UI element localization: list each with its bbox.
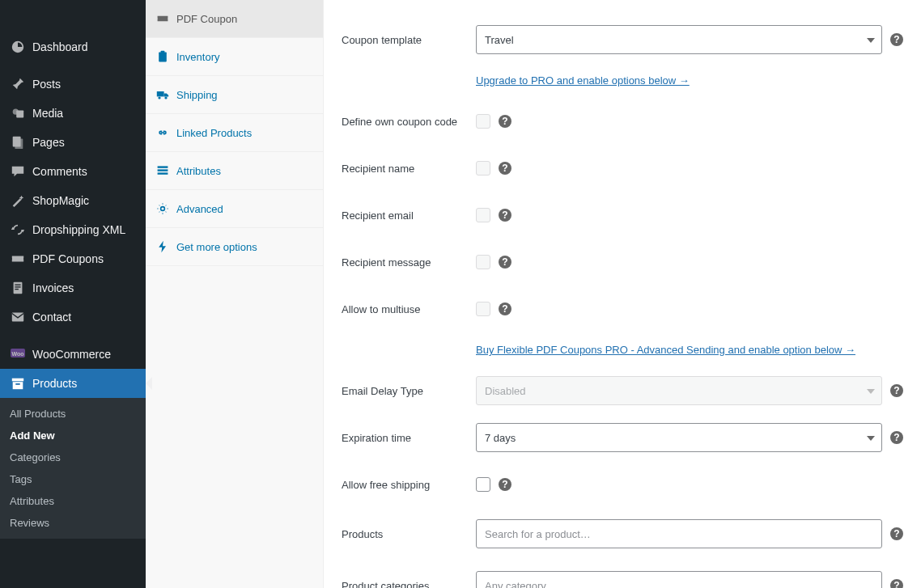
chevron-down-icon bbox=[867, 436, 875, 441]
help-icon[interactable]: ? bbox=[499, 162, 511, 175]
free-shipping-checkbox[interactable] bbox=[476, 477, 490, 492]
svg-rect-6 bbox=[15, 286, 20, 287]
menu-products[interactable]: Products bbox=[0, 369, 146, 398]
tab-label: Shipping bbox=[176, 89, 218, 101]
menu-shopmagic[interactable]: ShopMagic bbox=[0, 186, 146, 215]
media-icon bbox=[10, 105, 26, 121]
input-placeholder: Search for a product… bbox=[485, 528, 591, 540]
tab-shipping[interactable]: Shipping bbox=[146, 76, 323, 114]
svg-rect-4 bbox=[14, 282, 23, 294]
menu-label: Products bbox=[32, 377, 77, 390]
menu-media[interactable]: Media bbox=[0, 99, 146, 128]
tab-linked-products[interactable]: Linked Products bbox=[146, 114, 323, 152]
select-value: Disabled bbox=[485, 385, 526, 397]
chevron-down-icon bbox=[867, 389, 875, 394]
define-code-label: Define own coupon code bbox=[342, 116, 476, 128]
menu-label: Contact bbox=[32, 311, 71, 324]
coupon-template-label: Coupon template bbox=[342, 34, 476, 46]
tab-label: PDF Coupon bbox=[176, 13, 237, 25]
help-icon[interactable]: ? bbox=[890, 384, 903, 397]
svg-rect-20 bbox=[158, 166, 168, 167]
menu-dashboard[interactable]: Dashboard bbox=[0, 32, 146, 61]
email-delay-label: Email Delay Type bbox=[342, 385, 476, 397]
truck-icon bbox=[155, 87, 170, 102]
coupon-template-select[interactable]: Travel bbox=[476, 25, 882, 54]
admin-sidebar: Dashboard Posts Media Pages Comments Sho… bbox=[0, 0, 146, 588]
menu-contact[interactable]: Contact bbox=[0, 302, 146, 332]
submenu-reviews[interactable]: Reviews bbox=[0, 512, 146, 534]
recipient-name-checkbox bbox=[476, 161, 490, 176]
svg-rect-19 bbox=[161, 132, 165, 133]
tab-pdf-coupon[interactable]: PDF Coupon bbox=[146, 0, 323, 38]
tab-advanced[interactable]: Advanced bbox=[146, 190, 323, 228]
menu-woocommerce[interactable]: Woo WooCommerce bbox=[0, 340, 146, 369]
tab-label: Advanced bbox=[176, 203, 223, 215]
menu-pdf-coupons[interactable]: PDF Coupons bbox=[0, 244, 146, 273]
tab-attributes[interactable]: Attributes bbox=[146, 152, 323, 190]
menu-label: Pages bbox=[32, 136, 65, 149]
sync-icon bbox=[10, 222, 26, 238]
archive-icon bbox=[10, 375, 26, 391]
lightning-icon bbox=[155, 239, 170, 254]
help-icon[interactable]: ? bbox=[890, 527, 903, 540]
help-icon[interactable]: ? bbox=[499, 115, 511, 128]
menu-label: Dropshipping XML bbox=[32, 223, 125, 236]
menu-pages[interactable]: Pages bbox=[0, 128, 146, 157]
menu-invoices[interactable]: Invoices bbox=[0, 273, 146, 302]
recipient-name-label: Recipient name bbox=[342, 163, 476, 175]
pdf-coupon-panel: Coupon template Travel ? Upgrade to PRO … bbox=[324, 0, 921, 588]
help-icon[interactable]: ? bbox=[499, 302, 511, 315]
help-icon[interactable]: ? bbox=[890, 33, 903, 46]
recipient-message-checkbox bbox=[476, 255, 490, 269]
product-data-tabs: PDF Coupon Inventory Shipping Linked Pro… bbox=[146, 0, 324, 588]
svg-rect-14 bbox=[159, 52, 167, 61]
svg-text:Woo: Woo bbox=[11, 351, 23, 357]
tab-get-more[interactable]: Get more options bbox=[146, 228, 323, 266]
menu-posts[interactable]: Posts bbox=[0, 70, 146, 99]
expiration-label: Expiration time bbox=[342, 432, 476, 444]
ticket-icon bbox=[10, 251, 26, 267]
recipient-email-label: Recipient email bbox=[342, 209, 476, 222]
menu-label: Posts bbox=[32, 78, 61, 91]
pin-icon bbox=[10, 76, 26, 92]
menu-label: Comments bbox=[32, 165, 87, 178]
svg-rect-1 bbox=[16, 110, 23, 117]
tab-label: Attributes bbox=[176, 165, 221, 177]
mail-icon bbox=[10, 309, 26, 325]
chevron-down-icon bbox=[867, 38, 875, 43]
svg-rect-5 bbox=[15, 285, 20, 286]
help-icon[interactable]: ? bbox=[499, 209, 511, 222]
help-icon[interactable]: ? bbox=[499, 256, 511, 269]
expiration-select[interactable]: 7 days bbox=[476, 423, 882, 452]
menu-dropshipping[interactable]: Dropshipping XML bbox=[0, 215, 146, 244]
select-value: Travel bbox=[485, 34, 514, 46]
submenu-add-new[interactable]: Add New bbox=[0, 425, 146, 446]
recipient-message-label: Recipient message bbox=[342, 256, 476, 269]
products-search-input[interactable]: Search for a product… bbox=[476, 519, 882, 548]
svg-rect-13 bbox=[15, 383, 19, 385]
help-icon[interactable]: ? bbox=[890, 579, 903, 588]
upgrade-pro-link[interactable]: Upgrade to PRO and enable options below … bbox=[476, 74, 690, 87]
submenu-categories[interactable]: Categories bbox=[0, 446, 146, 468]
help-icon[interactable]: ? bbox=[499, 478, 511, 491]
categories-search-input[interactable]: Any category bbox=[476, 571, 882, 588]
buy-pro-link[interactable]: Buy Flexible PDF Coupons PRO - Advanced … bbox=[476, 344, 855, 356]
submenu-all-products[interactable]: All Products bbox=[0, 403, 146, 425]
menu-label: Invoices bbox=[32, 281, 74, 294]
pages-icon bbox=[10, 134, 26, 150]
menu-comments[interactable]: Comments bbox=[0, 157, 146, 186]
invoice-icon bbox=[10, 280, 26, 296]
tab-inventory[interactable]: Inventory bbox=[146, 38, 323, 76]
svg-rect-7 bbox=[15, 289, 19, 290]
help-icon[interactable]: ? bbox=[890, 431, 903, 444]
categories-label: Product categories bbox=[342, 580, 476, 589]
wand-icon bbox=[10, 192, 26, 209]
svg-point-17 bbox=[158, 96, 160, 99]
submenu-tags[interactable]: Tags bbox=[0, 468, 146, 490]
input-placeholder: Any category bbox=[485, 580, 546, 589]
svg-rect-3 bbox=[15, 139, 23, 150]
menu-label: PDF Coupons bbox=[32, 252, 104, 265]
submenu-attributes[interactable]: Attributes bbox=[0, 490, 146, 512]
svg-point-18 bbox=[164, 96, 167, 99]
tab-label: Linked Products bbox=[176, 127, 252, 139]
